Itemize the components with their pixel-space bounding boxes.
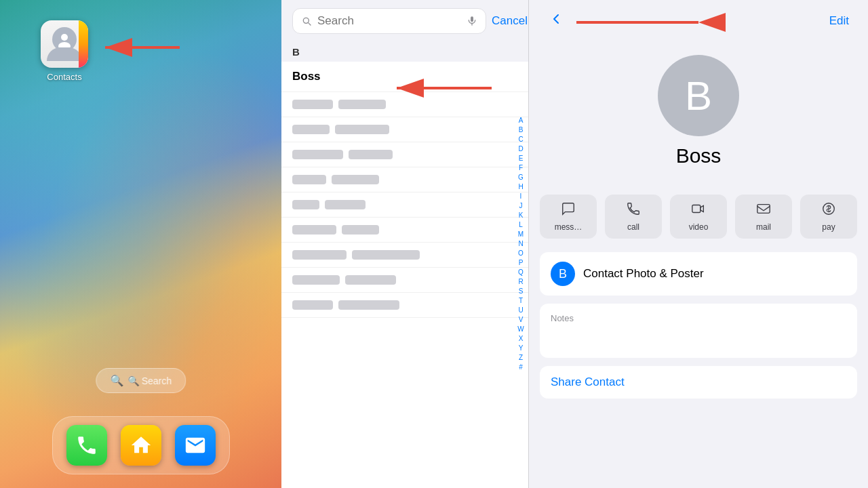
mail-label: mail [756, 222, 771, 232]
blurred-name-10 [325, 200, 366, 209]
alpha-F[interactable]: F [516, 163, 526, 172]
dock-home-icon[interactable] [121, 425, 161, 466]
call-label: call [627, 222, 639, 232]
contacts-icon-figure [47, 27, 82, 61]
alpha-Y[interactable]: Y [516, 344, 526, 352]
video-button[interactable]: video [670, 195, 727, 239]
alpha-H[interactable]: H [516, 182, 526, 191]
list-item[interactable] [281, 192, 528, 218]
photo-poster-label: Contact Photo & Poster [583, 267, 704, 281]
alpha-G[interactable]: G [516, 173, 526, 182]
alpha-C[interactable]: C [516, 135, 526, 144]
blurred-name-14 [352, 250, 420, 260]
arrow-3-svg [576, 12, 705, 33]
alpha-I[interactable]: I [516, 192, 526, 201]
alpha-T[interactable]: T [516, 296, 526, 305]
dock-phone-icon[interactable] [66, 425, 107, 466]
photo-poster-avatar: B [551, 262, 575, 286]
svg-rect-11 [757, 205, 770, 214]
photo-poster-card[interactable]: B Contact Photo & Poster [540, 252, 857, 296]
blurred-name-15 [292, 275, 340, 285]
blurred-name-1 [292, 100, 333, 109]
alpha-M[interactable]: M [516, 230, 526, 239]
cancel-button[interactable]: Cancel [492, 14, 528, 28]
list-item[interactable] [281, 117, 528, 142]
mail-icon [184, 434, 207, 457]
contacts-icon-stripe [79, 20, 88, 68]
contact-avatar-section: B Boss [529, 41, 868, 195]
blurred-name-17 [292, 300, 333, 310]
message-button[interactable]: mess… [540, 195, 597, 239]
contacts-list-panel: Cancel B Boss [281, 0, 529, 488]
alpha-K[interactable]: K [516, 211, 526, 220]
contacts-icon-body [47, 47, 82, 61]
mail-button[interactable]: mail [735, 195, 792, 239]
list-item[interactable] [281, 243, 528, 268]
envelope-icon [756, 201, 771, 216]
video-icon [691, 201, 706, 220]
arrow-2-svg [390, 71, 492, 105]
alpha-Q[interactable]: Q [516, 268, 526, 277]
alpha-W[interactable]: W [516, 325, 526, 333]
alpha-V[interactable]: V [516, 315, 526, 324]
list-item[interactable] [281, 218, 528, 243]
alpha-hash[interactable]: # [516, 363, 526, 371]
pay-button[interactable]: pay [800, 195, 857, 239]
back-button[interactable] [542, 8, 570, 33]
alpha-N[interactable]: N [516, 239, 526, 248]
list-item[interactable] [281, 142, 528, 167]
svg-rect-4 [471, 16, 473, 22]
blurred-name-9 [292, 200, 319, 209]
alpha-U[interactable]: U [516, 306, 526, 314]
alpha-L[interactable]: L [516, 220, 526, 229]
blurred-name-12 [342, 225, 379, 235]
alpha-D[interactable]: D [516, 144, 526, 153]
pay-icon [821, 201, 836, 220]
blurred-name-11 [292, 225, 336, 235]
alpha-B[interactable]: B [516, 125, 526, 134]
alpha-R[interactable]: R [516, 277, 526, 286]
search-input[interactable] [317, 14, 461, 28]
search-input-wrap[interactable] [292, 8, 486, 34]
contacts-app-label: Contacts [47, 72, 81, 82]
arrow-1-svg [98, 30, 180, 64]
contacts-app-icon[interactable]: Contacts [41, 20, 88, 82]
contacts-search-bar: Cancel [281, 0, 528, 42]
contact-avatar: B [658, 55, 739, 136]
blurred-name-4 [335, 125, 389, 134]
detail-cards: B Contact Photo & Poster Notes Share Con… [529, 252, 868, 399]
alpha-X[interactable]: X [516, 334, 526, 343]
spotlight-search-icon: 🔍 [110, 374, 123, 387]
alpha-Z[interactable]: Z [516, 353, 526, 362]
alpha-E[interactable]: E [516, 154, 526, 163]
contacts-icon-graphic [41, 20, 88, 68]
svg-rect-10 [692, 205, 701, 213]
edit-button[interactable]: Edit [824, 12, 854, 30]
list-item[interactable] [281, 293, 528, 318]
chat-icon [561, 201, 576, 216]
house-icon [130, 434, 153, 457]
search-icon [301, 16, 312, 26]
list-item[interactable] [281, 167, 528, 192]
alpha-A[interactable]: A [516, 116, 526, 125]
alpha-P[interactable]: P [516, 258, 526, 267]
share-contact-button[interactable]: Share Contact [540, 366, 857, 399]
alpha-J[interactable]: J [516, 201, 526, 210]
notes-card: Notes [540, 304, 857, 358]
alpha-S[interactable]: S [516, 287, 526, 296]
spotlight-search-button[interactable]: 🔍 🔍 Search [96, 368, 186, 393]
contact-name: Boss [676, 144, 722, 167]
person-icon [56, 31, 73, 47]
photo-poster-row[interactable]: B Contact Photo & Poster [540, 252, 857, 296]
arrow-1 [98, 30, 180, 67]
dock-mail-icon[interactable] [175, 425, 216, 466]
boss-name: Boss [292, 70, 321, 83]
contact-detail-panel: Edit B Boss mess… [529, 0, 868, 488]
list-item[interactable] [281, 268, 528, 293]
call-button[interactable]: call [605, 195, 662, 239]
alphabet-index: A B C D E F G H I J K L M N O P Q R S T … [516, 116, 528, 371]
alpha-O[interactable]: O [516, 249, 526, 258]
action-buttons-row: mess… call video [529, 195, 868, 252]
contacts-list: Boss [281, 62, 528, 488]
blurred-name-7 [292, 175, 326, 184]
